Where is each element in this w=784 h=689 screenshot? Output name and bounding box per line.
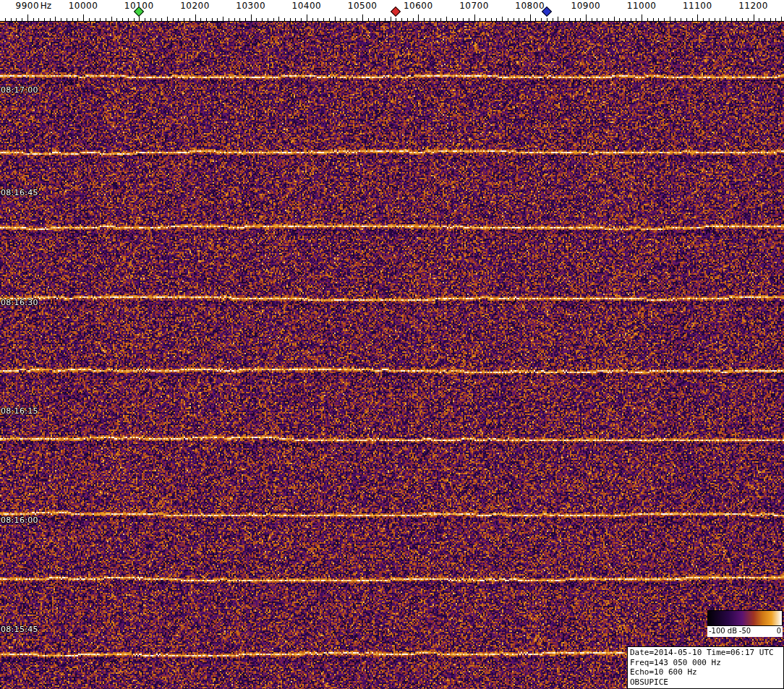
freq-tick <box>563 18 564 21</box>
freq-tick <box>474 14 475 21</box>
freq-tick <box>357 18 357 21</box>
freq-tick <box>463 18 464 21</box>
freq-tick <box>150 18 151 21</box>
freq-tick <box>764 18 765 21</box>
freq-tick <box>95 18 95 21</box>
freq-tick <box>72 18 73 21</box>
freq-tick <box>569 18 570 21</box>
freq-tick <box>318 18 318 21</box>
freq-tick <box>413 18 414 21</box>
freq-tick <box>658 18 659 21</box>
freq-tick <box>664 18 665 21</box>
freq-tick <box>541 18 542 21</box>
freq-tick <box>145 18 145 21</box>
freq-axis-label: 10400 <box>292 1 322 11</box>
frequency-axis: 9900100001010010200103001040010500106001… <box>0 0 784 22</box>
freq-tick <box>592 18 592 21</box>
freq-tick <box>614 17 615 21</box>
freq-tick <box>67 18 67 21</box>
freq-tick <box>748 18 749 21</box>
freq-tick <box>251 14 252 21</box>
freq-tick <box>340 18 341 21</box>
freq-tick <box>44 18 45 21</box>
freq-tick <box>50 18 51 21</box>
freq-tick <box>524 18 525 21</box>
freq-tick <box>385 18 385 21</box>
freq-tick <box>491 18 492 21</box>
freq-tick <box>446 17 447 21</box>
freq-tick <box>239 18 240 21</box>
freq-axis-label: 10900 <box>571 1 601 11</box>
freq-tick <box>553 18 553 21</box>
freq-tick <box>11 18 12 21</box>
freq-tick <box>770 18 771 21</box>
freq-tick <box>362 14 363 21</box>
freq-tick <box>602 18 603 21</box>
freq-tick <box>284 18 285 21</box>
meteor-spectrogram-app: 9900100001010010200103001040010500106001… <box>0 0 784 689</box>
freq-tick <box>530 14 531 21</box>
freq-tick <box>508 18 508 21</box>
freq-tick <box>401 18 402 21</box>
freq-tick <box>709 18 710 21</box>
freq-tick <box>38 18 39 21</box>
freq-tick <box>374 18 375 21</box>
info-frequency: Freq=143 050 000 Hz <box>630 658 781 668</box>
freq-axis-label: 10200 <box>180 1 210 11</box>
freq-tick <box>301 18 302 21</box>
freq-tick <box>307 14 307 21</box>
freq-tick <box>256 18 257 21</box>
red-frequency-marker-icon[interactable] <box>391 7 401 17</box>
freq-tick <box>675 18 676 21</box>
freq-tick <box>396 18 396 21</box>
freq-tick <box>167 17 168 21</box>
freq-tick <box>55 17 56 21</box>
freq-tick <box>636 18 636 21</box>
freq-tick <box>290 18 291 21</box>
freq-tick <box>351 18 352 21</box>
freq-tick <box>407 18 408 21</box>
observation-info-box: Date=2014-05-10 Time=06:17 UTC Freq=143 … <box>627 646 784 689</box>
freq-tick <box>229 18 229 21</box>
freq-tick <box>391 17 391 21</box>
freq-tick <box>631 18 631 21</box>
freq-tick <box>418 14 419 21</box>
freq-tick <box>346 18 346 21</box>
freq-tick <box>736 18 737 21</box>
freq-tick <box>514 18 514 21</box>
freq-axis-label: 10300 <box>236 1 265 11</box>
freq-tick <box>775 18 776 21</box>
freq-tick <box>178 18 179 21</box>
freq-tick <box>61 18 61 21</box>
color-scale-labels: -100 dB -50 0 <box>707 626 783 637</box>
freq-tick <box>83 14 84 21</box>
freq-tick <box>480 18 480 21</box>
freq-tick <box>742 18 743 21</box>
freq-tick <box>379 18 380 21</box>
freq-tick <box>625 18 626 21</box>
freq-tick <box>111 17 112 21</box>
freq-tick <box>496 18 497 21</box>
freq-tick <box>720 18 720 21</box>
freq-tick <box>608 18 609 21</box>
freq-tick <box>440 18 441 21</box>
freq-tick <box>335 17 336 21</box>
freq-tick <box>16 18 17 21</box>
info-date-time: Date=2014-05-10 Time=06:17 UTC <box>630 648 781 658</box>
freq-axis-label: 9900 <box>16 1 40 11</box>
freq-tick <box>692 18 693 21</box>
freq-tick <box>116 18 117 21</box>
freq-tick <box>703 18 704 21</box>
freq-tick <box>173 18 174 21</box>
freq-tick <box>217 18 218 21</box>
freq-tick <box>647 18 648 21</box>
freq-tick <box>642 14 642 21</box>
freq-tick <box>278 17 279 21</box>
freq-axis-label: 11000 <box>627 1 657 11</box>
spectrogram-waterfall[interactable] <box>0 22 784 689</box>
freq-tick <box>715 18 715 21</box>
freq-tick <box>575 18 576 21</box>
freq-tick <box>155 18 156 21</box>
freq-tick <box>106 18 106 21</box>
freq-tick <box>670 17 670 21</box>
